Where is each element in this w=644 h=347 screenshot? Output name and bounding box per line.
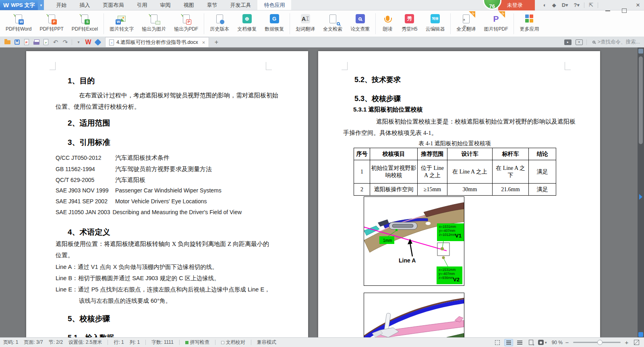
help-icon[interactable]: ?▾ [574,0,580,10]
collapse-ribbon-icon[interactable]: ⇱ [589,0,593,10]
ribbon-item-fulltext-translate[interactable]: a中特 全文翻译 [452,10,480,33]
read-aloud-icon [381,13,393,24]
ribbon-item-word-translate[interactable]: A⌶ 划词翻译 [292,10,319,33]
ribbon-item-pdf-to-ppt[interactable]: ↘P PDF转PPT [35,10,67,33]
v1-x: x=1531mm [439,225,456,229]
ribbon-item-fulltext-search[interactable]: 全文检索 [319,10,346,33]
statusbar-divider [179,340,180,345]
document-page-3[interactable]: 1、目的 在布置设计过程中，考虑遮阳板对驾驶员视野范围的影响，需对遮阳板初始 位… [26,51,308,337]
wps-home-icon[interactable]: W [83,37,93,47]
ribbon-item-pdf-to-word[interactable]: ↘W PDF转Word [2,10,35,33]
tab-special-features[interactable]: 特色应用 [257,0,291,10]
table-caption: 表 4-1 遮阳板初始位置校核项 [354,140,556,147]
ribbon-item-history-version[interactable]: 历史版本 [206,10,233,33]
login-button[interactable]: 76 未登录 [498,0,535,10]
tab-review[interactable]: 审阅 [153,0,177,10]
print-preview-icon[interactable]: ⌕ [41,37,51,47]
export-pdf-quick-icon[interactable]: P [22,37,31,47]
ribbon-divider [204,13,204,34]
ribbon-item-data-recovery[interactable]: G 数据恢复 [261,10,288,33]
pen-mode-icon[interactable]: D▾ [562,0,568,10]
body-line: 手操作空间。具体校核项见表 4-1。 [343,129,437,137]
eye-protect-icon[interactable]: ▾ [538,339,547,346]
sidebar-expander-icon[interactable] [639,194,642,200]
tab-close-icon[interactable]: × [202,39,205,45]
table-cell: ≥15mm [418,184,447,196]
media-demo-icon[interactable]: ▸ [564,39,572,45]
save-icon[interactable] [12,37,22,47]
ribbon-item-more-apps[interactable]: 更多应用 [516,10,543,33]
v2-label: V2 [453,277,460,283]
standard-line: SAE J941 SEP 2002Motor Vehicle Drivers' … [56,198,207,204]
ribbon-item-cloud-editor[interactable]: 写得 云编辑器 [421,10,449,33]
statusbar-divider [108,340,108,345]
ribbon-item-image-to-pdf[interactable]: P特 图片转PDF [480,10,512,33]
undo-icon[interactable]: ↶ [51,37,60,47]
login-label: 未登录 [507,2,523,8]
fit-page-icon[interactable] [632,339,641,346]
cloud-docs-icon[interactable] [93,37,103,47]
scrollbar-thumb[interactable] [639,56,643,144]
vertical-scrollbar[interactable] [638,48,644,337]
ribbon-item-paper-check[interactable]: 论文查重 [346,10,374,33]
ribbon-item-read-aloud[interactable]: 朗读 [377,10,398,33]
statusbar-divider [145,340,146,345]
zoom-out-button[interactable]: − [564,339,570,346]
fullscreen-view-icon[interactable] [493,339,502,346]
statusbar-divider [215,340,215,345]
zoom-slider-knob[interactable] [597,340,603,345]
share-dropdown-icon[interactable]: ▾ [576,39,583,45]
document-canvas[interactable]: 1、目的 在布置设计过程中，考虑遮阳板对驾驶员视野范围的影响，需对遮阳板初始 位… [0,48,638,337]
v2-point [442,256,445,259]
command-search-box[interactable]: >查找命令、搜索... [592,39,640,45]
zoom-in-button[interactable]: + [624,339,630,346]
document-tab[interactable]: ≡ 4.遮阳板可行性分析作业指导书.docx × [105,37,209,47]
plugin-icon[interactable]: ◆ [552,0,556,10]
tab-references[interactable]: 引用 [130,0,153,10]
quickbar-dropdown-icon[interactable]: ▾ [74,37,83,47]
tab-home[interactable]: 开始 [50,0,73,10]
tab-developer[interactable]: 开发工具 [224,0,257,10]
tab-view[interactable]: 视图 [177,0,200,10]
standard-line: SAE J1050 JAN 2003Describing and Measuri… [56,209,242,215]
ribbon-item-doc-repair[interactable]: ⊕ 文档修复 [233,10,261,33]
standard-line: GB 11562-1994汽车驾驶员前方视野要求及测量方法 [56,165,212,173]
ribbon-item-export-image[interactable]: ↘ 输出为图片 [138,10,170,33]
table-cell: 满足 [529,184,556,196]
wps-app-menu-caret[interactable]: ▾ [38,0,44,10]
tab-section[interactable]: 章节 [200,0,224,10]
zoom-slider[interactable] [573,342,621,343]
new-tab-button[interactable]: + [212,39,220,46]
ribbon-item-xiutang-h5[interactable]: 秀 秀堂H5 [398,10,421,33]
web-view-icon[interactable] [527,339,536,346]
scroll-bottom-icon[interactable] [638,332,643,337]
tab-insert[interactable]: 插入 [73,0,96,10]
outline-view-icon[interactable] [516,339,524,346]
open-file-icon[interactable] [2,37,12,47]
scroll-top-icon[interactable] [638,49,643,54]
page-view-icon[interactable] [504,339,513,346]
document-page-4[interactable]: 5.2、技术要求 5.3、校核步骤 5.3.1 遮阳板初始位置校核 遮阳板初始位… [318,51,600,337]
status-word-count[interactable]: 字数: 1111 [151,339,174,346]
ribbon-item-image-to-text[interactable]: W 图片转文字 [106,10,138,33]
close-button[interactable]: × [632,0,644,10]
vip-level-badge[interactable]: 76 [483,0,501,10]
wps-app-button[interactable]: W WPS 文字 [0,0,38,10]
document-tab-title: 4.遮阳板可行性分析作业指导书.docx [116,39,198,46]
heading-tech-requirements: 5.2、技术要求 [354,75,401,85]
tab-page-layout[interactable]: 页面布局 [96,0,130,10]
spell-check-toggle[interactable]: 拼写检查 [185,339,209,346]
redo-icon[interactable]: ↷ [60,37,70,47]
term-line-b: Line B：相切于眼椭圆并通过 SAE J903 规定的 C 区上边缘线。 [56,275,220,282]
ribbon-divider [450,13,451,34]
body-line: 位置、使用位置进行校核分析。 [56,103,140,111]
ribbon-item-export-pdf[interactable]: ↘P 输出为PDF [170,10,202,33]
ribbon-divider [514,13,514,34]
ribbon-item-pdf-to-excel[interactable]: ↘S PDF转Excel [68,10,102,33]
titlebar-divider [598,2,598,8]
print-icon[interactable] [31,37,41,47]
col-header: 校核项目 [370,148,418,160]
proofread-toggle[interactable]: 文档校对 [221,339,245,346]
skin-center-icon[interactable]: ◐ [543,0,547,10]
zoom-level-label[interactable]: 90 % [552,340,563,345]
